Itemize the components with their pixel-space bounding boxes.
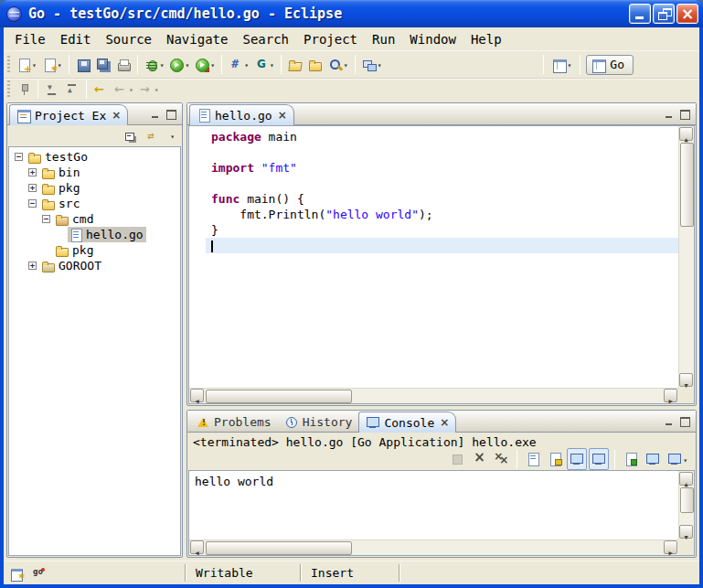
menu-run[interactable]: Run (365, 30, 402, 48)
remove-launch-button[interactable] (469, 448, 489, 470)
go-tools-button[interactable] (251, 54, 277, 76)
menu-edit[interactable]: Edit (53, 30, 99, 48)
scroll-left-arrow[interactable] (190, 540, 204, 554)
tree-item-hello-go[interactable]: hello.go (9, 227, 180, 242)
forward-button[interactable] (136, 79, 162, 101)
tree-item-pkg[interactable]: pkg (9, 180, 180, 196)
expand-handle[interactable] (28, 168, 37, 176)
back-button[interactable] (111, 79, 136, 101)
new-go-element-button[interactable] (39, 54, 65, 76)
tree-item-src[interactable]: src (9, 196, 180, 211)
vertical-scrollbar-thumb[interactable] (680, 143, 694, 227)
menu-file[interactable]: File (7, 30, 53, 48)
link-with-editor-button[interactable] (144, 125, 164, 147)
view-menu-button[interactable] (166, 125, 177, 147)
scroll-lock-button[interactable] (545, 448, 565, 470)
debug-button[interactable] (142, 54, 167, 76)
minimize-button[interactable] (629, 4, 651, 24)
menu-search[interactable]: Search (235, 30, 296, 48)
scroll-right-arrow[interactable] (664, 540, 677, 554)
tree-item-goroot[interactable]: GOROOT (9, 258, 180, 273)
new-go-project-button[interactable] (226, 54, 251, 76)
go-status-icon[interactable] (31, 566, 46, 581)
new-wizard-button[interactable] (14, 54, 39, 76)
tab-history[interactable]: History (278, 412, 359, 432)
last-edit-location-button[interactable] (91, 79, 111, 101)
team-sync-button[interactable] (359, 54, 385, 76)
menu-source[interactable]: Source (98, 30, 159, 48)
open-console-button[interactable] (665, 448, 690, 470)
scroll-down-arrow[interactable] (679, 525, 693, 539)
minimize-view-button[interactable] (149, 109, 162, 120)
show-stderr-when-changed-button[interactable] (589, 448, 609, 470)
menu-project[interactable]: Project (296, 30, 365, 48)
tab-hello-go[interactable]: hello.go (189, 104, 294, 125)
go-perspective-button[interactable]: Go (586, 55, 634, 75)
run-button[interactable] (166, 54, 192, 76)
maximize-view-button[interactable] (678, 416, 691, 427)
editor-vertical-scrollbar[interactable] (678, 126, 694, 388)
editor-horizontal-scrollbar[interactable] (189, 388, 678, 403)
scroll-up-arrow[interactable] (679, 127, 693, 141)
tab-problems[interactable]: Problems (189, 412, 278, 432)
expand-handle[interactable] (28, 262, 37, 270)
collapse-handle[interactable] (15, 153, 23, 161)
scroll-left-arrow[interactable] (190, 389, 204, 402)
scroll-up-arrow[interactable] (679, 472, 693, 486)
console-horizontal-scrollbar[interactable] (189, 540, 678, 555)
console-vertical-scrollbar[interactable] (678, 471, 694, 540)
terminate-button[interactable] (447, 448, 467, 470)
collapse-handle[interactable] (42, 215, 50, 223)
close-tab-icon[interactable] (278, 109, 287, 122)
print-button[interactable] (113, 54, 133, 76)
restore-button[interactable] (653, 4, 675, 24)
tree-item-testgo[interactable]: testGo (9, 149, 180, 165)
remove-all-launches-button[interactable] (491, 448, 511, 470)
title-bar[interactable]: Go - testGo/src/cmd/hello.go - Eclipse (0, 0, 703, 27)
collapse-handle[interactable] (28, 199, 37, 208)
horizontal-scrollbar-thumb[interactable] (206, 541, 352, 555)
pin-editor-button[interactable] (14, 79, 34, 101)
collapse-all-button[interactable] (121, 125, 141, 147)
maximize-view-button[interactable] (165, 109, 177, 120)
menu-help[interactable]: Help (463, 30, 509, 48)
fast-view-icon[interactable] (10, 566, 25, 581)
code-line: } (206, 222, 678, 238)
tree-item-cmd[interactable]: cmd (9, 211, 180, 227)
search-button[interactable] (325, 54, 351, 76)
menu-window[interactable]: Window (402, 30, 463, 48)
save-button[interactable] (73, 54, 93, 76)
tab-project-explorer[interactable]: Project Ex (9, 104, 128, 125)
code-editor[interactable]: package mainimport "fmt"func main() { fm… (188, 125, 695, 404)
open-perspective-button[interactable] (549, 54, 575, 76)
show-stdout-when-changed-button[interactable] (567, 448, 587, 470)
next-annotation-button[interactable] (42, 79, 62, 101)
save-all-button[interactable] (93, 54, 113, 76)
close-button[interactable] (676, 4, 698, 24)
clear-console-button[interactable] (523, 448, 543, 470)
code-area[interactable]: package mainimport "fmt"func main() { fm… (189, 126, 678, 388)
vertical-scrollbar-thumb[interactable] (680, 487, 694, 513)
tab-console[interactable]: Console (358, 412, 456, 433)
console-output-area[interactable]: hello world (188, 470, 695, 556)
open-resource-button[interactable] (285, 54, 305, 76)
scroll-down-arrow[interactable] (679, 373, 693, 387)
prev-annotation-button[interactable] (62, 79, 82, 101)
display-selected-console-button[interactable] (643, 448, 663, 470)
scroll-right-arrow[interactable] (664, 389, 677, 402)
tree-item-label: hello.go (86, 228, 144, 241)
open-type-button[interactable] (305, 54, 325, 76)
minimize-view-button[interactable] (663, 109, 676, 120)
tree-item-pkg[interactable]: pkg (9, 242, 180, 258)
toolbar-separator (543, 55, 544, 74)
close-tab-icon[interactable] (440, 416, 449, 429)
maximize-view-button[interactable] (678, 109, 691, 120)
close-tab-icon[interactable] (112, 109, 121, 122)
pin-console-button[interactable] (621, 448, 641, 470)
expand-handle[interactable] (28, 184, 37, 192)
tree-item-bin[interactable]: bin (9, 165, 180, 180)
menu-navigate[interactable]: Navigate (159, 30, 235, 48)
horizontal-scrollbar-thumb[interactable] (206, 390, 352, 403)
minimize-view-button[interactable] (663, 416, 676, 427)
external-tools-button[interactable] (192, 54, 218, 76)
